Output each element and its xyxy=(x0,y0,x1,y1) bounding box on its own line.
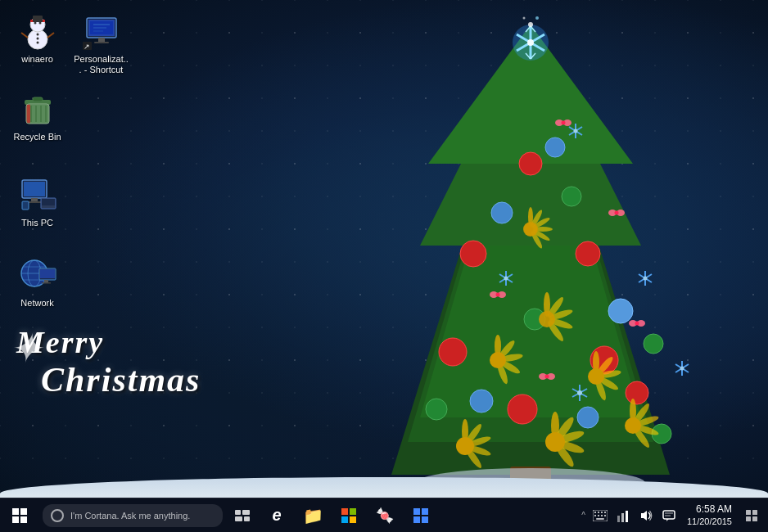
network-label: Network xyxy=(20,298,53,309)
svg-rect-133 xyxy=(94,42,109,43)
svg-rect-180 xyxy=(601,512,603,513)
taskbar-app5[interactable] xyxy=(403,498,439,533)
tray-notification[interactable] xyxy=(657,498,680,533)
svg-rect-191 xyxy=(663,511,675,519)
svg-rect-170 xyxy=(350,508,356,515)
taskbar-app4[interactable]: 🍬 xyxy=(367,498,403,533)
app4-icon: 🍬 xyxy=(376,507,394,525)
svg-point-53 xyxy=(490,352,506,368)
desktop-icon-this-pc[interactable]: This PC xyxy=(7,172,68,232)
svg-point-14 xyxy=(528,22,533,27)
svg-rect-158 xyxy=(40,269,55,278)
svg-point-41 xyxy=(523,222,538,237)
volume-icon xyxy=(639,509,653,522)
svg-point-18 xyxy=(460,241,486,267)
task-view-button[interactable] xyxy=(226,498,259,533)
folder-icon: 📁 xyxy=(303,506,323,525)
message-icon xyxy=(662,510,675,521)
svg-rect-176 xyxy=(422,516,428,523)
edge-icon: e xyxy=(272,506,281,525)
start-button[interactable] xyxy=(0,498,39,533)
svg-rect-132 xyxy=(98,38,105,42)
svg-rect-167 xyxy=(235,516,242,521)
svg-point-22 xyxy=(508,394,537,424)
svg-text:↗: ↗ xyxy=(84,43,90,51)
svg-rect-197 xyxy=(746,516,751,521)
svg-point-23 xyxy=(626,381,648,404)
taskbar-explorer[interactable]: 📁 xyxy=(295,498,331,533)
search-placeholder: I'm Cortana. Ask me anything. xyxy=(70,511,190,521)
svg-point-20 xyxy=(439,338,467,366)
svg-rect-175 xyxy=(413,516,420,523)
svg-rect-148 xyxy=(27,201,42,203)
svg-rect-165 xyxy=(235,510,241,515)
svg-rect-186 xyxy=(596,518,604,520)
svg-rect-179 xyxy=(598,512,599,513)
svg-point-112 xyxy=(545,375,549,379)
svg-point-47 xyxy=(539,311,555,327)
network-tray-icon xyxy=(617,509,630,522)
svg-point-122 xyxy=(36,38,38,40)
christmas-label: Christmas xyxy=(41,360,201,399)
tray-network[interactable] xyxy=(612,498,635,533)
svg-rect-166 xyxy=(242,510,250,515)
notification-center-button[interactable] xyxy=(739,498,765,533)
svg-marker-190 xyxy=(641,511,647,521)
svg-point-13 xyxy=(527,39,534,46)
desktop-icon-recycle-bin[interactable]: Recycle Bin xyxy=(7,86,68,146)
svg-point-15 xyxy=(535,16,539,20)
svg-rect-183 xyxy=(598,515,599,516)
tray-keyboard[interactable] xyxy=(589,498,612,533)
svg-rect-162 xyxy=(20,508,27,515)
recycle-bin-label: Recycle Bin xyxy=(13,132,61,142)
clock-time: 6:58 AM xyxy=(696,503,732,516)
svg-point-121 xyxy=(36,34,38,36)
svg-point-123 xyxy=(36,42,38,44)
svg-point-59 xyxy=(588,368,604,385)
this-pc-label: This PC xyxy=(21,218,53,228)
svg-rect-172 xyxy=(350,516,356,523)
christmas-tree xyxy=(293,0,768,498)
svg-rect-164 xyxy=(20,516,27,523)
svg-rect-169 xyxy=(341,508,348,515)
svg-rect-146 xyxy=(24,182,45,196)
desktop-icon-winaero[interactable]: winaero xyxy=(7,8,68,68)
clock[interactable]: 6:58 AM 11/20/2015 xyxy=(680,498,739,533)
tray-volume[interactable] xyxy=(635,498,657,533)
search-bar[interactable]: I'm Cortana. Ask me anything. xyxy=(43,504,223,527)
svg-point-65 xyxy=(545,432,565,452)
svg-rect-147 xyxy=(31,198,38,201)
svg-marker-194 xyxy=(666,519,669,521)
svg-rect-171 xyxy=(341,516,348,523)
merry-label: Merry xyxy=(16,324,201,360)
svg-point-97 xyxy=(577,390,582,395)
svg-rect-160 xyxy=(42,282,51,284)
desktop-icon-network[interactable]: Network xyxy=(7,252,68,312)
svg-line-125 xyxy=(47,33,54,38)
svg-rect-198 xyxy=(752,516,757,521)
svg-point-32 xyxy=(426,399,447,420)
taskbar: I'm Cortana. Ask me anything. e 📁 🍬 xyxy=(0,498,768,532)
svg-point-106 xyxy=(496,293,500,297)
svg-rect-163 xyxy=(12,516,19,523)
xmas-text: ✦ Merry Christmas xyxy=(16,324,201,399)
svg-rect-182 xyxy=(594,515,596,516)
svg-point-109 xyxy=(635,322,639,326)
svg-point-93 xyxy=(680,367,684,371)
svg-point-85 xyxy=(504,277,508,281)
desktop-icon-personalization[interactable]: ↗ Personalizat... - Shortcut xyxy=(70,8,132,79)
svg-point-31 xyxy=(644,334,663,354)
taskbar-edge[interactable]: e xyxy=(259,498,295,533)
svg-point-24 xyxy=(545,138,565,157)
network-icon xyxy=(18,255,57,295)
keyboard-icon xyxy=(593,510,608,521)
taskbar-store[interactable] xyxy=(331,498,367,533)
svg-line-124 xyxy=(21,33,28,38)
search-icon xyxy=(51,509,64,522)
svg-rect-168 xyxy=(244,516,250,521)
notification-center-icon xyxy=(745,509,758,522)
personalization-icon: ↗ xyxy=(82,11,121,51)
svg-point-103 xyxy=(615,211,619,215)
tray-expand-button[interactable]: ^ xyxy=(578,511,589,520)
svg-point-81 xyxy=(574,129,578,133)
